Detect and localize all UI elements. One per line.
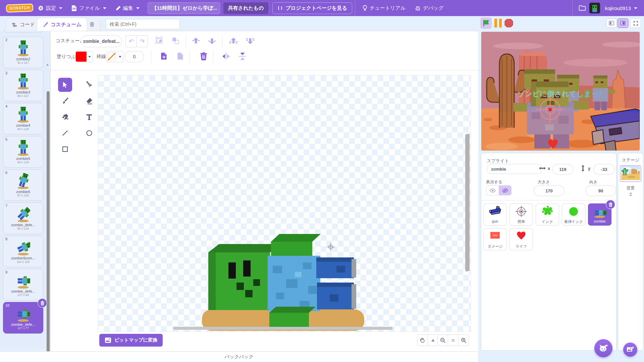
costume-item-3[interactable]: 3 zombie383 x 117 [3, 70, 43, 101]
costume-item-7[interactable]: 7 zombie_defe...85 x 134 [3, 202, 43, 234]
y-position-input[interactable] [593, 164, 615, 175]
text-tool[interactable] [82, 110, 96, 124]
costume-item-4[interactable]: 4 zombie484 x 120 [3, 103, 43, 134]
sprite-card-gun[interactable]: gun [483, 203, 507, 226]
costume-name: zombie_defe... [3, 223, 43, 227]
fullscreen-button[interactable] [630, 18, 641, 28]
redo-button[interactable]: ↷ [137, 35, 148, 47]
costume-thumbnail [3, 271, 43, 290]
sprite-name-input[interactable] [487, 164, 542, 174]
avatar[interactable] [589, 3, 600, 13]
tab-bar: コード コスチューム 音 [0, 16, 478, 31]
rectangle-tool[interactable] [58, 142, 72, 156]
pan-expand-button[interactable] [428, 335, 438, 346]
direction-input[interactable] [585, 185, 616, 196]
send-to-back-icon[interactable] [246, 37, 255, 45]
stop-button[interactable] [504, 18, 514, 28]
backdrop-thumbnail[interactable] [620, 165, 641, 182]
zoom-out-button[interactable] [438, 335, 448, 346]
line-tool[interactable] [58, 126, 72, 140]
delete-costume-button[interactable] [38, 298, 47, 308]
costume-item-5[interactable]: 5 zombie584 x 116 [3, 136, 43, 168]
outline-color-picker[interactable] [106, 51, 123, 62]
sprite-card-インク[interactable]: インク [536, 203, 559, 226]
costume-item-9[interactable]: 9 zombie_defe...127 x 84 [3, 269, 43, 300]
folder-icon[interactable] [579, 5, 586, 11]
bring-forward-icon[interactable] [192, 37, 200, 45]
group-icon[interactable] [155, 37, 164, 45]
brush-tool[interactable] [58, 94, 72, 108]
zombie-thumb [16, 172, 30, 190]
circle-tool[interactable] [82, 126, 96, 140]
costume-item-2[interactable]: 2 zombie281 x 117 [3, 37, 43, 68]
zoom-in-button[interactable] [458, 335, 469, 346]
pan-tool-button[interactable] [418, 335, 428, 346]
search-input[interactable] [106, 19, 180, 29]
tab-costumes[interactable]: コスチューム [37, 18, 87, 31]
small-stage-button[interactable] [606, 18, 617, 28]
eye-slash-icon [502, 188, 508, 193]
canvas-vertical-scrollbar[interactable] [467, 134, 470, 271]
scroll-up-arrow[interactable]: ▲ [46, 62, 49, 66]
bring-to-front-icon[interactable] [229, 37, 238, 45]
size-input[interactable] [534, 185, 565, 196]
scratch-logo[interactable]: SCRATCH [6, 4, 34, 13]
sprite-card-着弾インク[interactable]: 着弾インク [562, 203, 585, 226]
costume-item-8[interactable]: 8 zombie9zom...114 x 116 [3, 236, 43, 267]
delete-icon[interactable] [199, 52, 208, 61]
costume-item-10[interactable]: 10 zombie_defe...127 x 77 [3, 302, 43, 334]
tutorials-menu[interactable]: チュートリアル [358, 0, 410, 16]
costume-number: 4 [5, 104, 7, 108]
paste-icon[interactable] [176, 52, 185, 61]
ungroup-icon[interactable] [171, 37, 180, 45]
costume-name-input[interactable] [81, 35, 122, 47]
paint-bucket-icon [61, 113, 69, 121]
convert-to-bitmap-button[interactable]: ビットマップに変換 [99, 334, 163, 347]
sprite-card-照準[interactable]: 照準 [509, 203, 533, 226]
add-sprite-button[interactable] [594, 339, 612, 357]
reshape-tool[interactable] [82, 78, 96, 92]
costume-scrollbar[interactable] [47, 91, 50, 362]
settings-menu[interactable]: 設定 [33, 0, 67, 16]
stage-selector[interactable]: ステージ 背景 2 [618, 153, 643, 351]
account-menu[interactable]: kojirou0913 [603, 0, 639, 16]
pause-button[interactable] [493, 18, 503, 28]
sprite-card-zombie[interactable]: zombie [588, 203, 611, 226]
ink-dot-icon [567, 205, 580, 218]
delete-sprite-button[interactable] [606, 200, 615, 209]
sprite-thumbnail [510, 229, 533, 244]
stage-preview[interactable]: ゾンビに倒されてしまった [481, 32, 640, 151]
costume-number: 2 [5, 38, 7, 42]
see-project-page-button[interactable]: プロジェクトページを見る [272, 2, 352, 14]
stage-column-title: ステージ [618, 157, 643, 163]
debug-menu[interactable]: デバッグ [410, 0, 448, 16]
file-menu[interactable]: ファイル [67, 0, 111, 16]
undo-button[interactable]: ↶ [125, 35, 137, 47]
menu-divider [572, 0, 573, 16]
fill-color-picker[interactable] [75, 51, 93, 62]
costume-item-6[interactable]: 6 zombie687 x 102 [3, 169, 43, 201]
fill-tool[interactable] [58, 110, 72, 124]
canvas-horizontal-scrollbar[interactable] [173, 327, 393, 330]
flip-vertical-icon[interactable] [238, 52, 247, 61]
outline-width-input[interactable] [125, 51, 144, 62]
zoom-reset-button[interactable]: = [448, 335, 458, 346]
copy-icon[interactable] [160, 52, 168, 61]
outline-label: 枠線 [97, 54, 106, 60]
eraser-tool[interactable] [82, 94, 96, 108]
paint-canvas[interactable] [98, 75, 471, 332]
select-tool[interactable] [58, 78, 72, 92]
flip-horizontal-icon[interactable] [222, 52, 230, 61]
hide-sprite-button[interactable] [499, 186, 511, 195]
show-sprite-button[interactable] [486, 186, 499, 195]
sprite-card-ライフ[interactable]: ライフ [509, 228, 533, 250]
add-backdrop-button[interactable] [623, 343, 637, 357]
sprite-card-ダメージ[interactable]: ダメージ [483, 228, 507, 250]
send-backward-icon[interactable] [208, 37, 216, 45]
edit-menu[interactable]: 編集 [111, 0, 144, 16]
green-flag-button[interactable] [480, 17, 492, 29]
project-title-input[interactable]: 【11時間目】ゼロから学ぼ... [148, 2, 220, 14]
x-position-input[interactable] [552, 164, 573, 175]
large-stage-button[interactable] [618, 18, 628, 28]
backpack-bar[interactable]: バックパック [0, 351, 478, 362]
